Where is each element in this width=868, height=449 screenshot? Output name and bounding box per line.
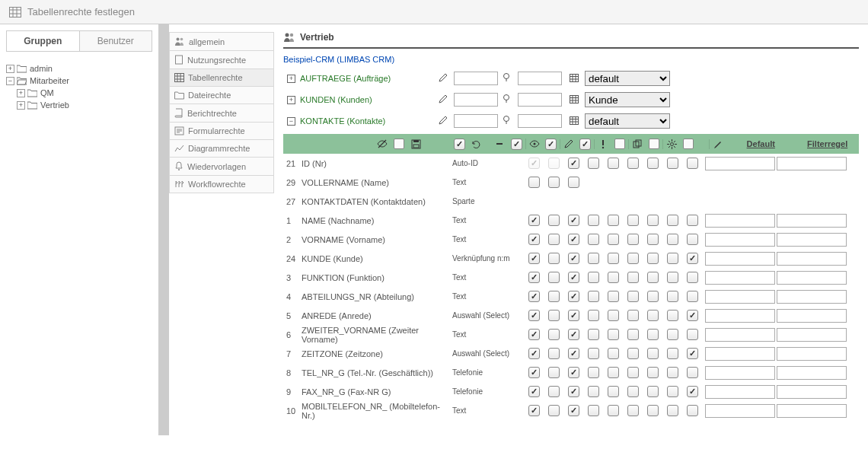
- expand-toggle[interactable]: +: [287, 96, 295, 104]
- checkbox[interactable]: [568, 386, 579, 397]
- brush-icon[interactable]: [709, 139, 726, 149]
- checkbox[interactable]: [548, 405, 560, 416]
- save-icon[interactable]: [408, 139, 426, 149]
- expand-toggle[interactable]: −: [287, 117, 295, 126]
- text-input[interactable]: [454, 93, 498, 107]
- text-input[interactable]: [454, 72, 498, 85]
- checkbox[interactable]: [687, 310, 698, 321]
- checkbox[interactable]: [667, 234, 678, 245]
- menu-item-dateirechte[interactable]: Dateirechte: [169, 86, 274, 104]
- default-input[interactable]: [705, 214, 775, 228]
- checkbox[interactable]: [568, 158, 579, 169]
- filter-input[interactable]: [777, 366, 847, 380]
- checkbox[interactable]: [687, 367, 698, 378]
- filter-input[interactable]: [777, 328, 847, 342]
- tab-groups[interactable]: Gruppen: [7, 31, 80, 51]
- default-input[interactable]: [705, 328, 775, 342]
- menu-item-wiedervorlagen[interactable]: Wiedervorlagen: [169, 157, 274, 176]
- expand-toggle[interactable]: +: [287, 75, 295, 83]
- checkbox[interactable]: [568, 405, 579, 416]
- menu-item-berichtrechte[interactable]: Berichtrechte: [169, 103, 274, 123]
- pencil-icon[interactable]: [560, 139, 577, 149]
- tree-item[interactable]: +Vertrieb: [6, 99, 152, 111]
- checkbox[interactable]: [667, 386, 678, 397]
- checkbox[interactable]: [528, 329, 540, 340]
- checkbox[interactable]: [548, 310, 560, 321]
- checkbox[interactable]: [548, 177, 560, 188]
- checkbox[interactable]: [568, 329, 579, 340]
- pencil-icon[interactable]: [439, 116, 449, 126]
- checkbox[interactable]: [528, 234, 540, 245]
- checkbox[interactable]: [647, 310, 659, 321]
- checkbox[interactable]: [568, 367, 579, 378]
- checkbox[interactable]: [667, 329, 678, 340]
- checkbox[interactable]: [608, 405, 619, 416]
- checkbox[interactable]: [608, 291, 619, 302]
- checkbox[interactable]: [608, 215, 619, 226]
- bulb-icon[interactable]: [503, 115, 513, 127]
- view-select[interactable]: default: [585, 71, 670, 86]
- checkbox[interactable]: [627, 215, 639, 226]
- checkbox[interactable]: [548, 253, 560, 264]
- checkbox[interactable]: [548, 234, 560, 245]
- checkbox[interactable]: [528, 272, 540, 283]
- checkbox[interactable]: [627, 367, 639, 378]
- checkbox[interactable]: [687, 386, 698, 397]
- checkbox[interactable]: [588, 234, 599, 245]
- checkbox[interactable]: [687, 234, 698, 245]
- breadcrumb-link[interactable]: Beispiel-CRM (LIMBAS CRM): [283, 55, 859, 64]
- expand-toggle[interactable]: +: [17, 89, 25, 97]
- checkbox-header[interactable]: [391, 139, 408, 149]
- checkbox[interactable]: [667, 367, 678, 378]
- checkbox[interactable]: [647, 348, 659, 359]
- checkbox[interactable]: [588, 291, 599, 302]
- view-select[interactable]: default: [585, 113, 670, 129]
- checkbox[interactable]: [588, 158, 599, 169]
- checkbox[interactable]: [548, 348, 560, 359]
- checkbox-header-8[interactable]: [680, 139, 697, 149]
- checkbox[interactable]: [608, 253, 619, 264]
- checkbox[interactable]: [687, 158, 698, 169]
- menu-item-tabellenrechte[interactable]: Tabellenrechte: [169, 68, 274, 87]
- checkbox[interactable]: [627, 329, 639, 340]
- checkbox[interactable]: [528, 253, 540, 264]
- checkbox[interactable]: [667, 405, 678, 416]
- text-input[interactable]: [518, 93, 562, 107]
- eye-icon[interactable]: [525, 139, 543, 149]
- checkbox[interactable]: [528, 367, 540, 378]
- menu-item-workflowrechte[interactable]: Workflowrechte: [169, 175, 274, 193]
- default-input[interactable]: [705, 271, 775, 285]
- checkbox[interactable]: [568, 310, 579, 321]
- checkbox[interactable]: [568, 253, 579, 264]
- checkbox-header-4[interactable]: [542, 139, 560, 150]
- checkbox[interactable]: [608, 158, 619, 169]
- menu-item-formularrechte[interactable]: Formularrechte: [169, 122, 274, 140]
- checkbox[interactable]: [568, 215, 579, 226]
- checkbox[interactable]: [687, 405, 698, 416]
- filter-input[interactable]: [777, 347, 847, 361]
- expand-toggle[interactable]: +: [17, 101, 25, 110]
- checkbox[interactable]: [647, 158, 659, 169]
- checkbox[interactable]: [608, 234, 619, 245]
- checkbox[interactable]: [627, 405, 639, 416]
- default-input[interactable]: [705, 404, 775, 418]
- checkbox[interactable]: [627, 310, 639, 321]
- checkbox[interactable]: [667, 291, 678, 302]
- expand-toggle[interactable]: +: [6, 65, 14, 73]
- checkbox[interactable]: [687, 329, 698, 340]
- checkbox[interactable]: [548, 272, 560, 283]
- col-default[interactable]: Default: [726, 139, 796, 148]
- checkbox[interactable]: [608, 386, 619, 397]
- checkbox[interactable]: [647, 272, 659, 283]
- checkbox[interactable]: [528, 405, 540, 416]
- menu-item-diagrammrechte[interactable]: Diagrammrechte: [169, 139, 274, 158]
- tree-item[interactable]: +QM: [6, 87, 152, 99]
- checkbox[interactable]: [528, 215, 540, 226]
- checkbox[interactable]: [548, 367, 560, 378]
- default-input[interactable]: [705, 252, 775, 266]
- checkbox-header-6[interactable]: [611, 139, 629, 149]
- checkbox[interactable]: [588, 253, 599, 264]
- default-input[interactable]: [705, 157, 775, 170]
- default-input[interactable]: [705, 309, 775, 323]
- checkbox-header-5[interactable]: [576, 139, 594, 150]
